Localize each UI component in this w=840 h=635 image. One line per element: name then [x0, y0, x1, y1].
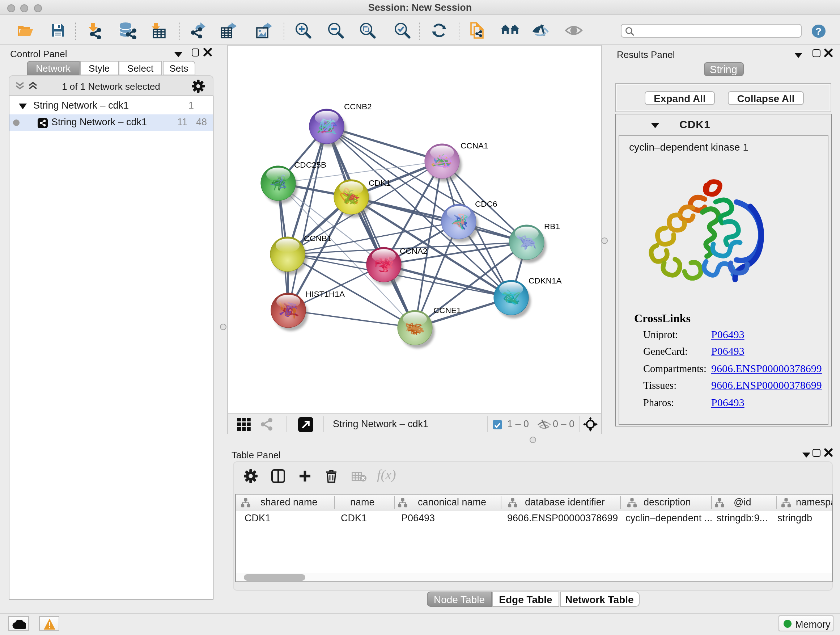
svg-text:HIST1H1A: HIST1H1A: [306, 290, 345, 299]
svg-text:CDC25B: CDC25B: [294, 160, 326, 169]
svg-text:CDK1: CDK1: [369, 179, 390, 187]
svg-text:CCNE1: CCNE1: [433, 306, 461, 315]
svg-text:CCNB1: CCNB1: [304, 234, 332, 243]
svg-text:CDC6: CDC6: [475, 200, 497, 209]
svg-text:RB1: RB1: [544, 222, 560, 231]
svg-text:CCNA1: CCNA1: [461, 141, 488, 150]
svg-text:CCNB2: CCNB2: [344, 102, 372, 111]
svg-text:CDKN1A: CDKN1A: [529, 276, 562, 285]
svg-text:CCNA2: CCNA2: [400, 247, 428, 256]
